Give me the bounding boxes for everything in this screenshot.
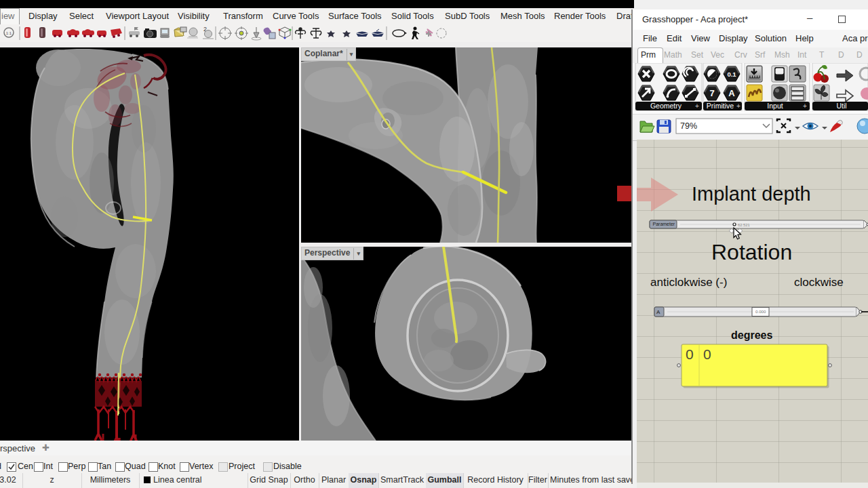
svg-text:A: A [728, 88, 735, 98]
svg-text:Primitive: Primitive [707, 102, 734, 110]
svg-text:A: A [656, 309, 660, 315]
svg-text:+: + [736, 102, 741, 110]
svg-text:79%: 79% [680, 121, 697, 131]
svg-text:0: 0 [703, 346, 711, 362]
svg-text:Parameter: Parameter [653, 222, 675, 226]
svg-text:7: 7 [709, 88, 714, 98]
svg-text:0.1: 0.1 [727, 70, 736, 78]
svg-text:+: + [803, 102, 807, 110]
svg-text:+: + [695, 102, 699, 110]
svg-text:Geometry: Geometry [650, 102, 682, 110]
svg-text:Util: Util [836, 102, 846, 110]
svg-text:0.000: 0.000 [755, 309, 766, 314]
svg-text:Input: Input [767, 102, 783, 110]
svg-text:1:1: 1:1 [6, 31, 12, 35]
svg-text:0: 0 [686, 346, 694, 362]
svg-text:62.521: 62.521 [738, 223, 750, 227]
